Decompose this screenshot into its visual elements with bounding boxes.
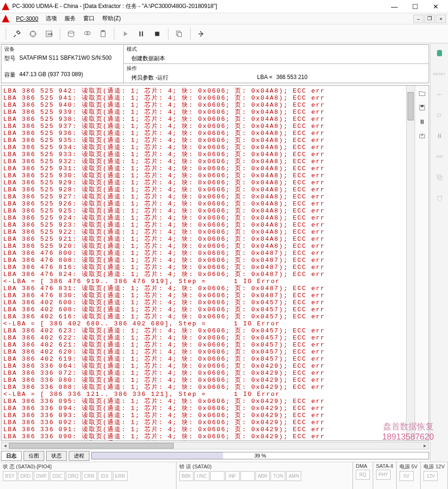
tab-log[interactable]: 日志 [1, 451, 22, 461]
log-line: LBA 386 476 800: 读取页(通道: 1; 芯片: 4; 块: 0x… [3, 250, 404, 257]
svg-rect-20 [440, 134, 440, 138]
status-12v-header: 电源 12V [424, 463, 445, 470]
log-line: LBA 386 336 093: 读取页(通道: 1; 芯片: 4; 块: 0x… [3, 412, 404, 419]
log-line: LBA 386 336 089: 读取页(通道: 1; 芯片: 4; 块: 0x… [3, 440, 404, 441]
mdi-restore[interactable]: ❐ [424, 15, 435, 23]
status-indicator: BSY [3, 471, 17, 481]
log-line: LBA 386 336 095: 读取页(通道: 1; 芯片: 4; 块: 0x… [3, 398, 404, 405]
tab-process[interactable]: 进程 [69, 451, 89, 461]
log-line: LBA 386 525 922: 读取页(通道: 1; 芯片: 4; 块: 0x… [3, 229, 404, 236]
right-toolstrip: RESET [430, 43, 448, 462]
menu-pc3000[interactable]: PC-3000 [12, 16, 42, 22]
maximize-button[interactable]: ☐ [405, 0, 425, 13]
status-indicator: DRD [18, 471, 33, 481]
db-icon[interactable] [433, 47, 446, 59]
connector-icon[interactable] [433, 109, 446, 121]
svg-text:100: 100 [47, 32, 53, 36]
svg-rect-16 [422, 120, 423, 124]
status-indicator: UNC [194, 471, 209, 481]
percent-icon[interactable]: 100 [42, 27, 56, 41]
search-icon[interactable] [80, 27, 94, 41]
tab-status[interactable]: 状态 [46, 451, 67, 461]
log-line: LBA 386 336 091: 读取页(通道: 1; 芯片: 4; 块: 0x… [3, 426, 404, 433]
pause-button[interactable] [134, 27, 148, 41]
link-icon[interactable] [433, 150, 446, 163]
log-line: LBA 386 525 933: 读取页(通道: 1; 芯片: 4; 块: 0x… [3, 151, 404, 158]
log-line: LBA 386 402 622: 读取页(通道: 1; 芯片: 4; 块: 0x… [3, 334, 404, 341]
status-bar: 状 态 (SATA0)-[PIO4] BSYDRDDWFDSCDRQCRRIDX… [0, 462, 448, 489]
log-line: LBA 386 525 921: 读取页(通道: 1; 芯片: 4; 块: 0x… [3, 236, 404, 243]
close-button[interactable]: ✕ [425, 0, 446, 13]
status-indicator: INF [225, 471, 240, 481]
log-line: LBA 386 476 830: 读取页(通道: 1; 芯片: 4; 块: 0x… [3, 292, 404, 299]
log-line: LBA 386 525 939: 读取页(通道: 1; 芯片: 4; 块: 0x… [3, 109, 404, 116]
slider-icon[interactable] [433, 88, 446, 101]
log-line: LBA 386 525 936: 读取页(通道: 1; 芯片: 4; 块: 0x… [3, 130, 404, 137]
log-tool-pause-icon[interactable] [417, 117, 427, 127]
tools-icon[interactable] [10, 27, 24, 41]
layers-icon[interactable] [433, 171, 446, 183]
svg-rect-9 [142, 31, 143, 36]
exit-icon[interactable] [194, 27, 208, 41]
log-tool-save-icon[interactable] [417, 103, 427, 113]
tab-bitmap[interactable]: 位图 [24, 451, 44, 461]
status-indicator: BBK [179, 471, 193, 481]
svg-rect-15 [421, 120, 422, 124]
mdi-minimize[interactable]: – [413, 15, 424, 23]
plug-icon[interactable] [433, 192, 446, 204]
log-line: LBA 386 402 623: 读取页(通道: 1; 芯片: 4; 块: 0x… [3, 327, 404, 334]
log-line: LBA 386 525 940: 读取页(通道: 1; 芯片: 4; 块: 0x… [3, 102, 404, 109]
toolbar: 100 [0, 24, 448, 43]
reset-icon[interactable]: RESET [433, 68, 446, 80]
menu-service[interactable]: 服务 [61, 15, 80, 23]
progress-bar: 39 % [91, 452, 429, 459]
log-line: LBA 386 402 621: 读取页(通道: 1; 芯片: 4; 块: 0x… [3, 341, 404, 348]
minimize-button[interactable]: — [384, 0, 405, 13]
log-line: LBA 386 476 816: 读取页(通道: 1; 芯片: 4; 块: 0x… [3, 264, 404, 271]
pause-side-icon[interactable] [433, 130, 446, 142]
clipboard-icon[interactable] [96, 27, 110, 41]
mdi-close[interactable]: × [436, 15, 446, 23]
log-line: LBA 386 336 064: 读取页(通道: 1; 芯片: 4; 块: 0x… [3, 363, 404, 370]
menubar: PC-3000 选项 服务 窗口 帮助(Z) – ❐ × [0, 13, 448, 24]
svg-rect-21 [437, 156, 439, 158]
log-line: LBA 386 336 080: 读取页(通道: 1; 芯片: 4; 块: 0x… [3, 377, 404, 384]
log-line: LBA 386 525 931: 读取页(通道: 1; 芯片: 4; 块: 0x… [3, 165, 404, 172]
log-line: LBA 386 402 608: 读取页(通道: 1; 芯片: 4; 块: 0x… [3, 306, 404, 313]
svg-point-4 [85, 31, 88, 35]
log-tool-export-icon[interactable] [417, 131, 427, 141]
menu-help[interactable]: 帮助(Z) [98, 15, 124, 23]
copy-icon[interactable] [172, 27, 186, 41]
status-indicator: DRQ [66, 471, 81, 481]
log-line: LBA 386 402 616: 读取页(通道: 1; 芯片: 4; 块: 0x… [3, 313, 404, 320]
log-line: LBA 386 525 926: 读取页(通道: 1; 芯片: 4; 块: 0x… [3, 200, 404, 207]
chip-icon[interactable] [26, 27, 40, 41]
bottom-tabs: 日志 位图 状态 进程 39 % [1, 450, 429, 461]
stop-button[interactable] [150, 27, 164, 41]
log-line: LBA 386 476 808: 读取页(通道: 1; 芯片: 4; 块: 0x… [3, 257, 404, 264]
log-line: LBA 386 525 938: 读取页(通道: 1; 芯片: 4; 块: 0x… [3, 116, 404, 123]
play-button[interactable] [118, 27, 132, 41]
menu-window[interactable]: 窗口 [80, 15, 98, 23]
log-vscrollbar[interactable] [406, 86, 415, 441]
svg-rect-12 [178, 32, 182, 37]
log-line: LBA 386 336 088: 读取页(通道: 1; 芯片: 4; 块: 0x… [3, 384, 404, 391]
log-line: <-LBA = [ 386 402 680.. 386 402 680], St… [3, 320, 404, 327]
log-line: LBA 386 402 619: 读取页(通道: 1; 芯片: 4; 块: 0x… [3, 355, 404, 363]
svg-point-5 [87, 31, 90, 35]
menu-options[interactable]: 选项 [42, 15, 61, 23]
status-indicator: 5V [400, 471, 414, 481]
capacity-label: 容量 [4, 71, 16, 79]
status-indicator: PHY [376, 470, 391, 480]
log-line: LBA 386 336 072: 读取页(通道: 1; 芯片: 4; 块: 0x… [3, 370, 404, 377]
log-line: LBA 386 525 923: 读取页(通道: 1; 芯片: 4; 块: 0x… [3, 221, 404, 229]
disk-icon[interactable] [64, 27, 78, 41]
log-line: LBA 386 525 924: 读取页(通道: 1; 芯片: 4; 块: 0x… [3, 214, 404, 221]
log-line: LBA 386 336 094: 读取页(通道: 1; 芯片: 4; 块: 0x… [3, 405, 404, 412]
log-hscrollbar[interactable]: ◄► [1, 442, 429, 450]
status-indicator: TON [271, 471, 285, 481]
lba-label: LBA = [257, 74, 272, 82]
status-indicator: IDX [98, 471, 112, 481]
app-icon-small [2, 15, 9, 23]
log-tool-open-icon[interactable] [417, 88, 427, 99]
